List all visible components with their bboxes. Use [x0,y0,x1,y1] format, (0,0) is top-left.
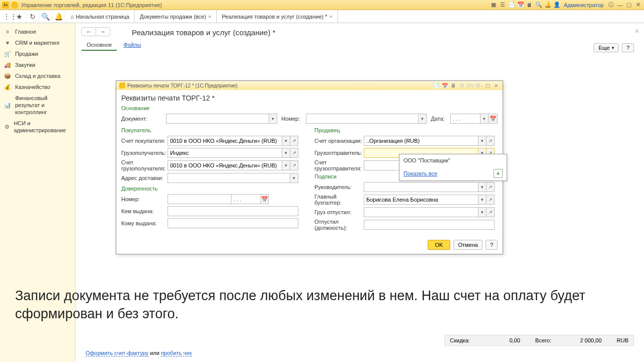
dropdown-icon[interactable]: ▾ [478,136,487,146]
show-all-link[interactable]: Показать все [404,170,437,176]
proxy-date-input[interactable] [231,194,261,204]
dropdown-icon[interactable]: ▾ [478,182,487,192]
page-title: Реализация товаров и услуг (создание) * [132,28,275,37]
modal-close-icon[interactable]: ✕ [493,83,500,88]
star-icon[interactable]: ★ [13,10,26,23]
nav-sales[interactable]: 🛒Продажи [0,48,75,59]
tab-home[interactable]: ⌂Начальная страница [65,10,135,23]
user-name[interactable]: Администратор [562,2,606,8]
modal-torg12: Реквизиты печати ТОРГ-12 * (1С:Предприят… [116,80,503,254]
overlay-caption: Записи документа не требуется после любы… [15,287,629,323]
receipt-link[interactable]: пробить чек [161,350,192,356]
minimize-icon[interactable]: — [616,1,624,9]
open-icon[interactable]: ↗ [487,207,495,217]
issued-by-input[interactable] [168,206,298,216]
nav-nsi[interactable]: ⚙НСИ и администрирование [0,118,75,136]
dropdown-option[interactable]: ООО "Поставщик" [399,154,507,166]
modal-maximize-icon[interactable]: ▢ [484,83,491,88]
tab-documents[interactable]: Документы продажи (все)× [135,10,217,23]
date-input[interactable] [450,114,480,124]
dropdown-icon[interactable]: ▾ [419,114,427,124]
help-button[interactable]: ? [486,240,498,250]
close-icon[interactable]: ✕ [634,1,642,9]
dropdown-icon[interactable]: ▾ [478,195,487,205]
nav-warehouse[interactable]: 📦Склад и доставка [0,70,75,81]
nav-main[interactable]: ≡Главное [0,26,75,37]
apps-icon[interactable]: ⋮⋮⋮ [0,10,13,23]
app-titlebar: 1c Управление торговлей, редакция 11 (1С… [0,0,644,10]
search-icon[interactable]: 🔍 [535,1,543,9]
bell-icon[interactable]: 🔔 [52,10,65,23]
bell-icon[interactable]: 🔔 [544,1,552,9]
calc-icon[interactable]: 🖩 [526,1,534,9]
document-input[interactable] [166,114,270,124]
more-button[interactable]: Еще ▾ [594,43,618,52]
number-input[interactable] [306,114,419,124]
address-input[interactable] [168,173,290,183]
position-input[interactable] [364,220,495,230]
close-icon[interactable]: × [329,14,332,20]
nav-finance[interactable]: 📊Финансовый результат и контроллинг [0,93,75,118]
dropdown-icon[interactable]: ▾ [282,148,290,158]
head-input[interactable] [364,182,478,192]
dropdown-icon[interactable]: ▾ [282,136,290,146]
open-icon[interactable]: ↗ [290,148,298,158]
dropdown-icon[interactable]: ▾ [290,173,298,183]
modal-tool-icon: M [458,83,465,88]
consignee-input[interactable] [168,148,282,158]
subtab-files[interactable]: Файлы [118,40,146,50]
toolbar-icon[interactable]: 📄 [508,1,516,9]
calendar-icon[interactable]: 📅 [517,1,525,9]
back-icon: ← [82,28,96,36]
main-tabbar: ⋮⋮⋮ ★ ↻ 🔍 🔔 ⌂Начальная страница Документ… [0,10,644,23]
search-icon[interactable]: 🔍 [39,10,52,23]
nav-purchases[interactable]: 🚚Закупки [0,59,75,70]
modal-tool-icon[interactable]: 🖩 [450,83,457,88]
label-head: Руководитель: [314,184,364,190]
accountant-input[interactable] [364,195,478,205]
calendar-icon[interactable]: 📅 [489,114,498,124]
released-input[interactable] [364,207,478,217]
open-icon[interactable]: ↗ [290,160,298,170]
modal-tool-icon[interactable]: 📅 [441,83,448,88]
open-icon[interactable]: ↗ [487,182,495,192]
nav-back-forward[interactable]: ←→ [82,27,110,36]
label-released: Груз отпустил: [314,209,364,215]
dropdown-icon[interactable]: ▾ [269,114,277,124]
info-icon[interactable]: ⓘ [607,1,615,9]
help-button[interactable]: ? [622,43,634,52]
open-icon[interactable]: ↗ [487,195,495,205]
nav-treasury[interactable]: 💰Казначейство [0,81,75,93]
close-icon[interactable]: × [208,14,211,20]
open-icon[interactable]: ↗ [487,136,495,146]
issued-to-input[interactable] [168,218,298,228]
nav-crm[interactable]: ♥CRM и маркетинг [0,37,75,48]
calendar-icon[interactable]: 📅 [261,194,269,204]
subtab-main[interactable]: Основное [82,40,117,51]
modal-tool-icon: M+ [467,83,474,88]
open-icon[interactable]: ↗ [290,136,298,146]
page-close-icon[interactable]: × [635,27,639,35]
nav-arrow-icon[interactable] [11,2,18,9]
invoice-link[interactable]: Оформить счет-фактуру [86,350,148,356]
tab-realization[interactable]: Реализация товаров и услуг (создание) *× [217,10,338,23]
history-icon[interactable]: ↻ [26,10,39,23]
modal-window-title: Реквизиты печати ТОРГ-12 * (1С:Предприят… [127,83,237,88]
toolbar-icon[interactable]: ☰ [499,1,507,9]
add-icon[interactable]: + [494,169,503,178]
dropdown-icon[interactable]: ▾ [480,114,489,124]
ok-button[interactable]: OK [428,240,451,250]
app-title: Управление торговлей, редакция 11 (1С:Пр… [21,2,162,8]
org-account-input[interactable] [364,136,478,146]
modal-tool-icon[interactable]: 📄 [433,83,440,88]
consignee-account-input[interactable] [168,160,282,170]
dropdown-icon[interactable]: ▾ [282,160,290,170]
section-base: Основание [121,105,498,111]
cancel-button[interactable]: Отмена [453,240,482,250]
dropdown-icon[interactable]: ▾ [478,207,487,217]
buyer-account-input[interactable] [168,136,282,146]
toolbar-icon[interactable]: ▦ [490,1,498,9]
label-number: Номер: [281,116,305,122]
label-issued-to: Кому выдана: [121,220,168,226]
maximize-icon[interactable]: ▢ [625,1,633,9]
